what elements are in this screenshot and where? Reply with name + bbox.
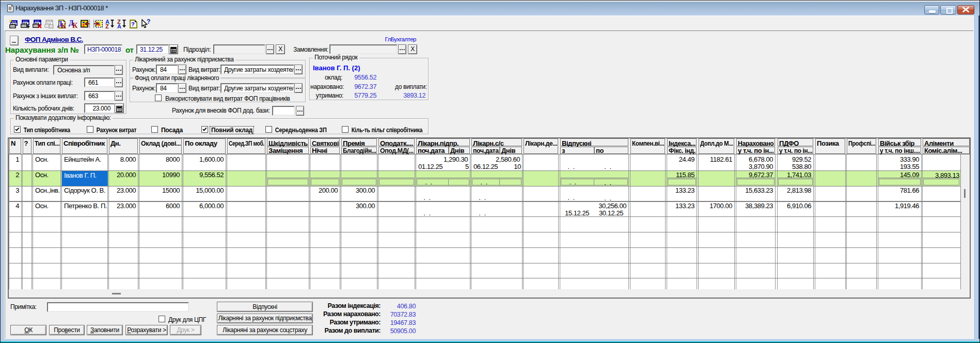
svg-text:К: К: [72, 22, 78, 29]
svg-text:К: К: [61, 22, 67, 29]
svg-text:?: ?: [131, 21, 135, 27]
svg-text:Z: Z: [105, 23, 109, 29]
svg-text:?: ?: [147, 19, 150, 25]
svg-text:А: А: [117, 23, 121, 29]
